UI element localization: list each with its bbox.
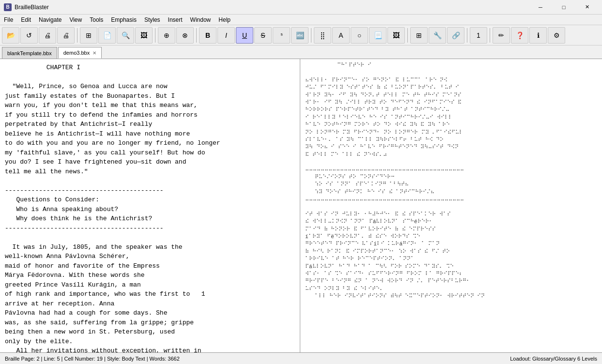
shape-button[interactable]: ○	[351, 27, 368, 44]
app-title: BrailleBlaster	[15, 4, 529, 11]
status-left: Braille Page: 2 | Line: 5 | Cell Number:…	[5, 356, 180, 362]
window-controls: ─ □ ✕	[529, 2, 598, 12]
grid-button[interactable]: ⊞	[410, 27, 428, 44]
format-button[interactable]: 🔤	[291, 27, 309, 44]
table-button[interactable]: ⊞	[80, 27, 97, 44]
strike-button[interactable]: S	[254, 27, 272, 44]
print2-button[interactable]: 🖨	[57, 27, 75, 44]
braille-content: ⠉⠓⠁⠏⠞⠑⠗ ⠊ ⠦⠺⠑⠇⠇⠂ ⠏⠗⠊⠝⠉⠑⠂ ⠎⠕ ⠛⠑⠝⠕⠁ ⠯ ⠇⠥⠉⠉…	[305, 62, 597, 301]
image-button[interactable]: 🖼	[135, 27, 153, 44]
font-button[interactable]: A	[332, 27, 350, 44]
export-button[interactable]: 📄	[98, 27, 116, 44]
pen-button[interactable]: ✏	[493, 27, 510, 44]
close-button[interactable]: ✕	[576, 2, 598, 12]
italic-button[interactable]: I	[217, 27, 235, 44]
maximize-button[interactable]: □	[553, 2, 575, 12]
menu-item-insert[interactable]: Insert	[164, 15, 186, 25]
tab-1[interactable]: demo3.bbx✕	[58, 47, 102, 59]
link-button[interactable]: 🔗	[447, 27, 464, 44]
help2-button[interactable]: ❓	[511, 27, 528, 44]
page-button[interactable]: 📃	[369, 27, 386, 44]
main-content: CHAPTER I "Well, Prince, so Genoa and Lu…	[0, 59, 602, 352]
menu-item-navigate[interactable]: Navigate	[35, 15, 65, 25]
toolbar-separator	[155, 28, 155, 43]
reload-button[interactable]: ↺	[20, 27, 38, 44]
script-button[interactable]: ˢ	[273, 27, 290, 44]
search-button[interactable]: 🔍	[117, 27, 134, 44]
tab-label-1: demo3.bbx	[63, 50, 90, 56]
menu-item-file[interactable]: File	[0, 15, 17, 25]
menu-item-window[interactable]: Window	[186, 15, 215, 25]
text-panel[interactable]: CHAPTER I "Well, Prince, so Genoa and Lu…	[0, 59, 300, 352]
braille-panel[interactable]: ⠉⠓⠁⠏⠞⠑⠗ ⠊ ⠦⠺⠑⠇⠇⠂ ⠏⠗⠊⠝⠉⠑⠂ ⠎⠕ ⠛⠑⠝⠕⠁ ⠯ ⠇⠥⠉⠉…	[300, 59, 602, 352]
toolbar-separator	[196, 28, 197, 43]
menu-item-view[interactable]: View	[65, 15, 86, 25]
titlebar: B BrailleBlaster ─ □ ✕	[0, 0, 602, 15]
app-icon: B	[4, 3, 12, 11]
tool2-button[interactable]: ⊗	[176, 27, 194, 44]
toolbar: 📂↺🖨🖨⊞📄🔍🖼⊕⊗BIUSˢ🔤⣿A○📃🖼⊞🔧🔗1✏❓ℹ⚙	[0, 25, 602, 46]
settings2-button[interactable]: ⚙	[548, 27, 565, 44]
tab-bar: blankTemplate.bbxdemo3.bbx✕	[0, 46, 602, 59]
toolbar-separator	[467, 28, 467, 43]
minimize-button[interactable]: ─	[529, 2, 552, 12]
menu-item-tools[interactable]: Tools	[86, 15, 107, 25]
menu-item-styles[interactable]: Styles	[140, 15, 164, 25]
toolbar-separator	[77, 28, 77, 43]
tool1-button[interactable]: ⊕	[158, 27, 175, 44]
menu-item-emphasis[interactable]: Emphasis	[107, 15, 140, 25]
tab-close-1[interactable]: ✕	[93, 50, 96, 56]
tool3-button[interactable]: 🔧	[429, 27, 446, 44]
underline-button[interactable]: U	[236, 27, 253, 44]
menu-item-help[interactable]: Help	[215, 15, 234, 25]
braille-button[interactable]: ⣿	[314, 27, 331, 44]
toolbar-separator	[490, 28, 490, 43]
statusbar: Braille Page: 2 | Line: 5 | Cell Number:…	[0, 352, 602, 364]
toolbar-separator	[407, 28, 408, 43]
tab-0[interactable]: blankTemplate.bbx	[2, 47, 57, 59]
menubar: FileEditNavigateViewToolsEmphasisStylesI…	[0, 15, 602, 25]
bold-button[interactable]: B	[199, 27, 216, 44]
text-content: CHAPTER I "Well, Prince, so Genoa and Lu…	[0, 59, 300, 352]
tab-label-0: blankTemplate.bbx	[7, 50, 52, 56]
num-button[interactable]: 1	[470, 27, 487, 44]
toolbar-separator	[311, 28, 311, 43]
print-button[interactable]: 🖨	[39, 27, 56, 44]
open-button[interactable]: 📂	[2, 27, 19, 44]
info-button[interactable]: ℹ	[529, 27, 547, 44]
status-right: Loadout: Glossary/Glossary 6 Levels	[510, 356, 597, 362]
menu-item-edit[interactable]: Edit	[17, 15, 35, 25]
img2-button[interactable]: 🖼	[387, 27, 405, 44]
